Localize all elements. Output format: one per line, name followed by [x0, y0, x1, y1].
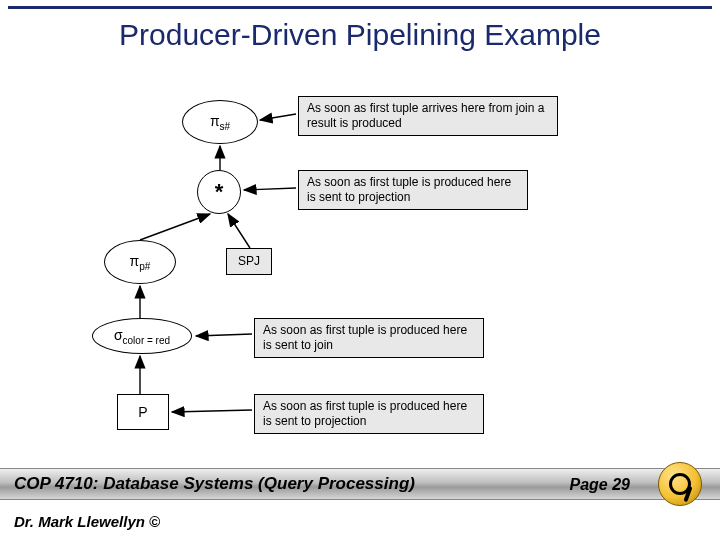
- node-join: *: [197, 170, 241, 214]
- svg-line-6: [244, 188, 296, 190]
- pi-s-symbol: πs#: [210, 113, 230, 132]
- top-rule: [8, 6, 712, 9]
- callout-join-result: As soon as first tuple arrives here from…: [298, 96, 558, 136]
- node-projection-p: πp#: [104, 240, 176, 284]
- node-projection-s: πs#: [182, 100, 258, 144]
- svg-line-5: [260, 114, 296, 120]
- slide-title: Producer-Driven Pipelining Example: [0, 18, 720, 52]
- svg-line-8: [172, 410, 252, 412]
- page-number: Page 29: [570, 476, 630, 494]
- callout-to-projection-1: As soon as first tuple is produced here …: [298, 170, 528, 210]
- ucf-logo: [658, 462, 702, 506]
- callout-to-join: As soon as first tuple is produced here …: [254, 318, 484, 358]
- callout-to-projection-2: As soon as first tuple is produced here …: [254, 394, 484, 434]
- pi-p-symbol: πp#: [130, 253, 151, 272]
- svg-line-1: [140, 214, 210, 240]
- relation-p-label: P: [138, 404, 147, 420]
- node-spj: SPJ: [226, 248, 272, 275]
- svg-line-7: [196, 334, 252, 336]
- sigma-symbol: σcolor = red: [114, 327, 170, 346]
- join-label: *: [215, 179, 224, 205]
- svg-line-2: [228, 214, 250, 248]
- node-selection: σcolor = red: [92, 318, 192, 354]
- footer-course: COP 4710: Database Systems (Query Proces…: [14, 474, 415, 494]
- footer-author: Dr. Mark Llewellyn ©: [14, 513, 160, 530]
- node-relation-p: P: [117, 394, 169, 430]
